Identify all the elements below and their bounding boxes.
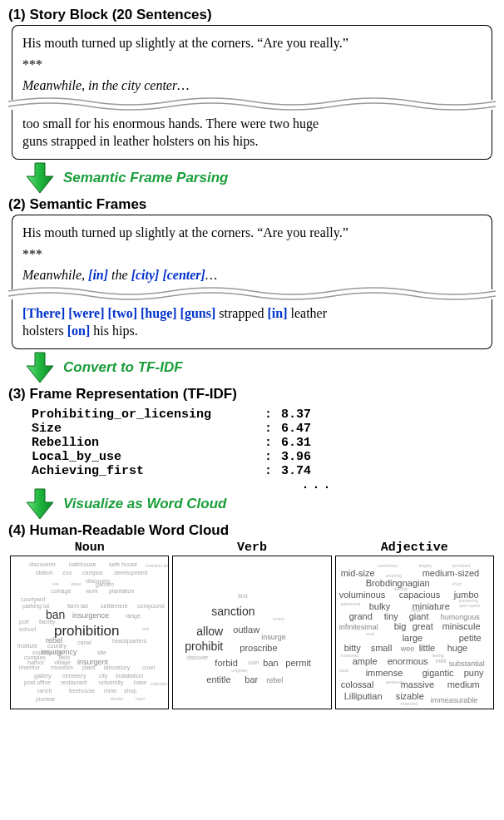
wordcloud-verb-col: Verb find sanction invent allow outlaw i…: [172, 541, 331, 709]
tfidf-table: Prohibiting_or_licensing:8.37 Size:6.47 …: [32, 408, 487, 492]
sem-line-4: holsters [on] his hips.: [22, 322, 482, 340]
tfidf-row: Rebellion:6.31: [32, 436, 487, 450]
story-block-box-bottom: too small for his enormous hands. There …: [12, 110, 492, 160]
arrow-down-icon: [25, 351, 55, 384]
story-line-2: Meanwhile, in the city center…: [22, 77, 482, 95]
wave-cut-1: [8, 95, 496, 113]
arrow-1-label: Semantic Frame Parsing: [63, 170, 228, 186]
story-block-box-top: His mouth turned up slightly at the corn…: [12, 25, 492, 100]
section-4-title: (4) Human-Readable Word Cloud: [8, 522, 496, 539]
frame-token-there: There: [27, 306, 61, 320]
frame-token-on: on: [72, 324, 86, 338]
tfidf-row: Size:6.47: [32, 422, 487, 436]
arrow-2-row: Convert to TF-IDF: [25, 351, 496, 384]
frame-token-huge: huge: [145, 306, 172, 320]
section-2-title: (2) Semantic Frames: [8, 196, 496, 213]
wordcloud-adj-head: Adjective: [381, 541, 448, 555]
wave-cut-2: [8, 284, 496, 303]
arrow-2-label: Convert to TF-IDF: [63, 359, 183, 376]
wordcloud-noun-box: discoverer bathhouse safe house inventio…: [10, 556, 169, 709]
frame-token-in2: in: [272, 306, 283, 320]
arrow-3-label: Visualize as Word Cloud: [63, 496, 226, 512]
frame-token-center: center: [167, 268, 201, 282]
wordcloud-adj-box: momentary lengthy persistent mid-size me…: [335, 556, 494, 709]
sem-line-3: [There] [were] [two] [huge] [guns] strap…: [22, 304, 482, 323]
frame-token-were: were: [73, 306, 101, 320]
wordcloud-verb-head: Verb: [237, 541, 267, 555]
wordcloud-noun-col: Noun discoverer bathhouse safe house inv…: [10, 541, 169, 709]
sem-line-1: His mouth turned up slightly at the corn…: [22, 224, 482, 242]
frame-token-in: in: [92, 268, 103, 282]
semantic-box-top: His mouth turned up slightly at the corn…: [12, 215, 492, 289]
section-3-title: (3) Frame Representation (TF-IDF): [8, 386, 496, 403]
wordcloud-adj-col: Adjective momentary lengthy persistent m…: [335, 541, 494, 709]
wordcloud-verb-box: find sanction invent allow outlaw insurg…: [172, 556, 331, 709]
story-line-1: His mouth turned up slightly at the corn…: [22, 34, 482, 52]
wordcloud-row: Noun discoverer bathhouse safe house inv…: [10, 541, 494, 709]
story-line-3b: guns strapped in leather holsters on his…: [22, 132, 482, 151]
tfidf-row: Prohibiting_or_licensing:8.37: [32, 408, 487, 422]
section-1-title: (1) Story Block (20 Sentences): [8, 7, 496, 23]
tfidf-row: Local_by_use:3.96: [32, 450, 487, 464]
sem-asterisks: ***: [22, 245, 482, 264]
arrow-3-row: Visualize as Word Cloud: [25, 487, 496, 521]
sem-line-2: Meanwhile, [in] the [city] [center]…: [22, 266, 482, 284]
semantic-box-bottom: [There] [were] [two] [huge] [guns] strap…: [12, 299, 492, 349]
frame-token-two: two: [112, 306, 133, 320]
story-asterisks: ***: [22, 56, 482, 74]
arrow-1-row: Semantic Frame Parsing: [25, 161, 496, 195]
frame-token-guns: guns: [185, 306, 211, 320]
tfidf-row: Achieving_first:3.74: [32, 464, 487, 478]
story-line-3a: too small for his enormous hands. There …: [22, 115, 482, 133]
frame-token-city: city: [136, 268, 155, 282]
wordcloud-noun-head: Noun: [75, 541, 105, 555]
arrow-down-icon: [25, 161, 55, 195]
arrow-down-icon: [25, 487, 55, 521]
